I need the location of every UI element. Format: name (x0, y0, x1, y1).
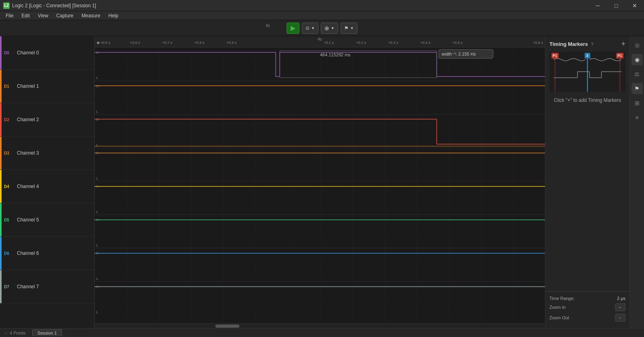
ruler-r2: +0.2 s (356, 41, 366, 45)
toolbar: ▶ ⊙ ▼ ⊕ ▼ ⚑ ▼ 4s (0, 20, 644, 36)
eye-strip-icon[interactable]: ◎ (632, 39, 643, 51)
channel-row-d3: D3 Channel 3 (0, 136, 94, 170)
add-channel-button[interactable]: ⊕ ▼ (321, 23, 338, 34)
marker-strip-icon[interactable]: ⚑ (632, 83, 643, 94)
channel-badge-d5: D5 (4, 218, 14, 222)
svg-text:H: H (96, 151, 99, 155)
status-points: ← 4 Points (4, 331, 26, 335)
ruler-t2: +0.6 s (130, 41, 140, 45)
ruler-r5: +0.5 s (453, 41, 463, 45)
menu-measure[interactable]: Measure (78, 11, 105, 20)
grid-strip-icon[interactable]: ⊞ (632, 97, 643, 109)
svg-text:H: H (96, 84, 99, 88)
channel-name-d5: Channel 5 (17, 217, 39, 223)
zoom-out-row: Zoom Out - (549, 314, 625, 322)
channel-color-d5 (0, 203, 2, 236)
session-tab[interactable]: Session 1 (32, 329, 62, 336)
zoom-in-button[interactable]: - (615, 303, 625, 311)
channel-row-d2: D2 Channel 2 (0, 103, 94, 136)
target-strip-icon[interactable]: ◉ (632, 54, 643, 65)
trigger-button[interactable]: ⊙ ▼ (302, 23, 318, 34)
channel-row-d0: D0 Channel 0 (0, 36, 94, 70)
time-range-row: Time Range: 2 μs (549, 296, 625, 301)
panel-help-icon[interactable]: ? (591, 42, 593, 47)
menu-view[interactable]: View (34, 11, 52, 20)
svg-text:L: L (96, 310, 98, 314)
icon-strip: ◎ ◉ ⚖ ⚑ ⊞ ≡ (630, 36, 644, 328)
ruler-r3: +0.3 s (388, 41, 398, 45)
add-channel-dropdown-icon: ▼ (331, 26, 334, 30)
channel-color-d1 (0, 70, 2, 103)
channel-badge-d1: D1 (4, 84, 14, 89)
channel-row-d1: D1 Channel 1 (0, 70, 94, 103)
svg-text:L: L (96, 76, 98, 80)
scrollbar-area[interactable] (95, 323, 545, 328)
timestamp-label: 4s (266, 23, 270, 28)
panel-title: Timing Markers (549, 41, 588, 47)
channel-color-d4 (0, 170, 2, 203)
marker-button[interactable]: ⚑ ▼ (341, 23, 357, 34)
trigger-dropdown-icon: ▼ (311, 26, 315, 30)
svg-text:L: L (96, 110, 98, 114)
channel-color-d2 (0, 103, 2, 136)
zoom-out-label: Zoom Out (549, 315, 569, 320)
status-bar: ← 4 Points Session 1 (0, 328, 644, 337)
marker-icon: ⚑ (344, 25, 349, 31)
menu-edit[interactable]: Edit (17, 11, 34, 20)
menu-capture[interactable]: Capture (52, 11, 78, 20)
panel-header: Timing Markers ? + (549, 40, 625, 48)
svg-text:H: H (96, 51, 99, 55)
waveform-area[interactable]: ◆ +0.5 s +0.6 s +0.7 s +0.8 s +0.9 s 4s … (95, 36, 545, 328)
ruler-strip-icon[interactable]: ⚖ (632, 68, 643, 80)
waveform-canvas[interactable]: L L L L L L L L H H H H H H H H 4 (95, 48, 545, 323)
ruler-r4: +0.4 s (421, 41, 431, 45)
svg-text:H: H (96, 118, 99, 122)
channel-row-d7: D7 Channel 7 (0, 270, 94, 304)
main-area: D0 Channel 0 D1 Channel 1 D2 Channel 2 D… (0, 36, 644, 328)
channel-color-d6 (0, 237, 2, 270)
svg-text:H: H (96, 285, 99, 289)
channel-name-d1: Channel 1 (17, 83, 39, 89)
svg-text:3: 3 (586, 54, 588, 58)
scrollbar-thumb[interactable] (215, 325, 239, 328)
channel-badge-d4: D4 (4, 184, 14, 189)
close-button[interactable]: ✕ (625, 0, 644, 11)
channel-name-d7: Channel 7 (17, 284, 39, 289)
channel-name-d2: Channel 2 (17, 117, 39, 122)
menu-bar: File Edit View Capture Measure Help (0, 11, 644, 20)
channel-color-d3 (0, 136, 2, 170)
play-button[interactable]: ▶ (287, 23, 299, 34)
ruler-r6: +0.6 s (533, 41, 543, 45)
add-timing-marker-button[interactable]: + (621, 40, 625, 48)
channel-badge-d7: D7 (4, 285, 14, 289)
ruler-r1: +0.1 s (324, 41, 334, 45)
svg-text:464.115292 ms: 464.115292 ms (320, 52, 351, 57)
menu-help[interactable]: Help (104, 11, 122, 20)
app-icon: L2 (3, 2, 10, 9)
timing-hint: Click "+" to add Timing Markers (549, 97, 625, 104)
list-strip-icon[interactable]: ≡ (632, 112, 643, 123)
svg-text:L: L (96, 277, 98, 281)
zoom-in-label: Zoom In (549, 305, 566, 310)
svg-text:L: L (96, 176, 98, 180)
right-sidebar: Timing Markers ? + (545, 36, 630, 328)
timing-panel: Timing Markers ? + (545, 36, 630, 292)
maximize-button[interactable]: □ (607, 0, 625, 11)
channel-row-d5: D5 Channel 5 (0, 203, 94, 237)
channel-badge-d3: D3 (4, 151, 14, 155)
svg-text:L: L (96, 210, 98, 214)
bottom-info-panel: Time Range: 2 μs Zoom In - Zoom Out - (545, 292, 630, 328)
svg-text:P1: P1 (617, 54, 622, 58)
channel-name-d0: Channel 0 (17, 50, 39, 56)
zoom-out-button[interactable]: - (615, 314, 625, 322)
channel-color-d0 (0, 36, 2, 69)
svg-text:H: H (96, 218, 99, 222)
window-title: Logic 2 [Logic - Connected] [Session 1] (12, 3, 96, 8)
minimize-button[interactable]: ─ (588, 0, 607, 11)
svg-text:H: H (96, 251, 99, 255)
time-ruler: ◆ +0.5 s +0.6 s +0.7 s +0.8 s +0.9 s 4s … (95, 36, 545, 48)
menu-file[interactable]: File (2, 11, 17, 20)
ruler-cursor: ◆ (97, 40, 100, 45)
ruler-t3: +0.7 s (162, 41, 172, 45)
panel-title-group: Timing Markers ? (549, 41, 593, 47)
